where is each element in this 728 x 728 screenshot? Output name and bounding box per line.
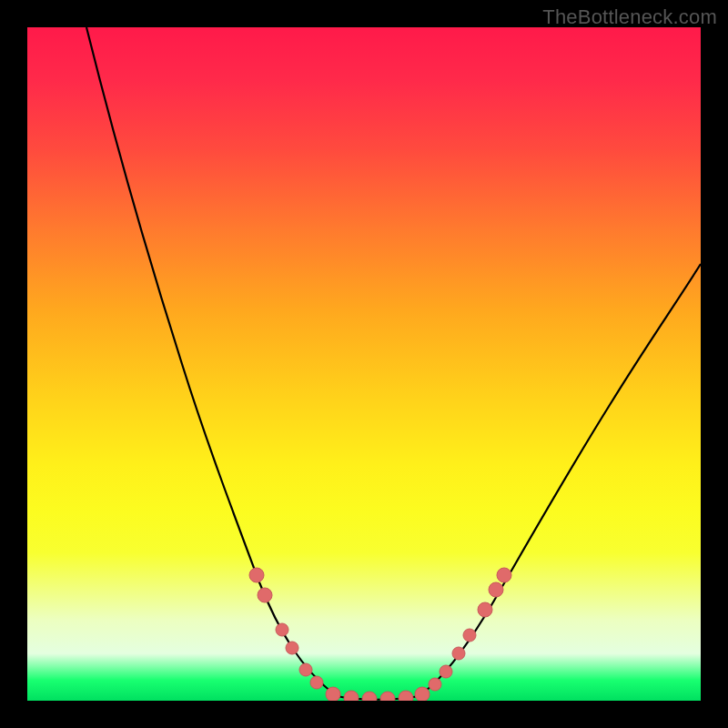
marker-right-mid-2 — [463, 629, 476, 642]
marker-group — [249, 568, 511, 701]
marker-floor-5 — [399, 691, 413, 701]
marker-right-upper-2 — [489, 582, 503, 597]
curve-svg — [27, 27, 701, 701]
marker-left-upper-1 — [249, 568, 264, 582]
plot-area — [27, 27, 701, 701]
watermark-text: TheBottleneck.com — [542, 5, 717, 29]
right-branch-curve — [419, 264, 701, 696]
marker-floor-3 — [362, 692, 377, 701]
marker-left-low-2 — [310, 676, 323, 689]
marker-left-low-1 — [299, 663, 312, 676]
marker-right-low-1 — [429, 678, 441, 691]
marker-left-mid-2 — [286, 642, 298, 654]
marker-floor-2 — [344, 691, 359, 701]
marker-left-upper-2 — [258, 588, 272, 602]
marker-right-upper-1 — [478, 602, 492, 617]
marker-floor-1 — [326, 687, 340, 701]
marker-right-low-2 — [440, 665, 452, 678]
marker-right-upper-3 — [497, 568, 511, 582]
left-branch-curve — [86, 27, 337, 696]
marker-right-mid-1 — [452, 647, 465, 660]
chart-frame: TheBottleneck.com — [0, 0, 728, 728]
marker-left-mid-1 — [276, 623, 288, 636]
marker-floor-4 — [380, 692, 395, 701]
marker-floor-6 — [415, 687, 430, 701]
